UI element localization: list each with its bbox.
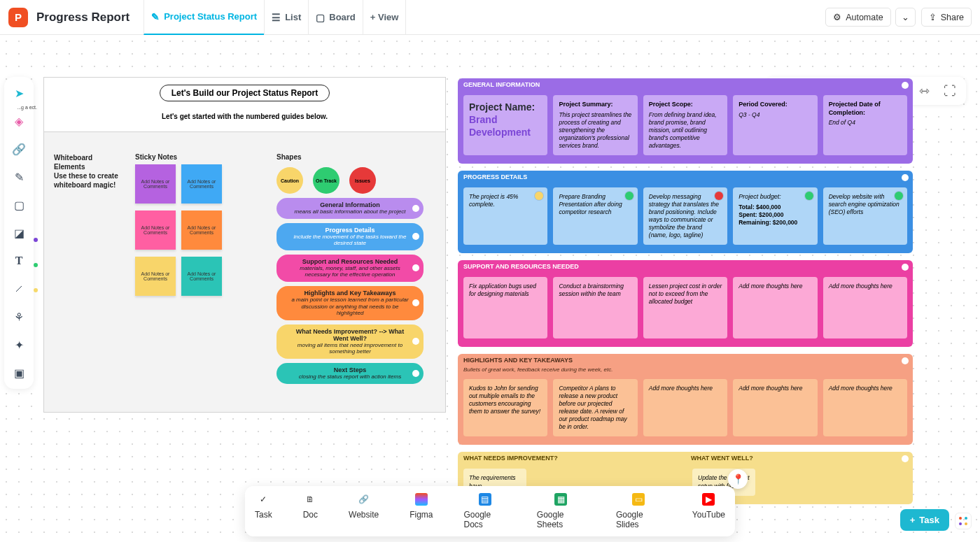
section-pill-next[interactable]: Next Stepsclosing the status report with… [276, 363, 424, 384]
website-icon: 🔗 [358, 493, 370, 506]
progress-card[interactable]: The project is 45% complete. [463, 187, 547, 245]
task-btn-label: Task [919, 515, 939, 525]
section-support-resources[interactable]: SUPPORT AND RESOURCES NEEDED Fix applica… [458, 260, 913, 347]
chevron-down-icon: ⌄ [902, 12, 909, 22]
tab-add-view[interactable]: + View [363, 0, 407, 35]
section-pill-support[interactable]: Support and Resources Neededmaterials, m… [276, 255, 424, 282]
highlight-card[interactable]: Kudos to John for sending out multiple e… [463, 379, 547, 436]
doc-title[interactable]: Progress Report [34, 10, 138, 24]
create-task-button[interactable]: + Task [900, 509, 949, 531]
card-projected-completion[interactable]: Projected Date of Completion:End of Q4 [823, 95, 907, 155]
more-shapes-tool[interactable]: ⚘ [10, 308, 28, 326]
cursor-tool[interactable]: ➤ [10, 84, 28, 102]
dock-figma[interactable]: Figma [410, 493, 433, 529]
status-shape-ontrack[interactable]: On Track [313, 167, 340, 194]
share-icon: ⇪ [929, 12, 937, 22]
fit-width-icon[interactable]: ⇿ [916, 83, 932, 99]
shape-tool[interactable]: ▢ [10, 196, 28, 214]
automate-dropdown[interactable]: ⌄ [895, 8, 916, 27]
tab-label: Project Status Report [164, 11, 257, 22]
link-tool[interactable]: 🔗 [10, 140, 28, 158]
progress-card[interactable]: Develop messaging strategy that translat… [643, 187, 727, 245]
list-icon: ☰ [272, 12, 281, 23]
status-board[interactable]: GENERAL INFORMATION Project Name: Brand … [458, 78, 913, 511]
section-pill-improvement[interactable]: What Needs Improvement? --> What Went We… [276, 325, 424, 359]
card-period-covered[interactable]: Period Covered:Q3 - Q4 [733, 95, 817, 155]
support-card[interactable]: Lessen project cost in order not to exce… [643, 277, 727, 338]
dock-youtube[interactable]: ▶YouTube [692, 493, 725, 529]
highlight-card[interactable]: Add more thoughts here [643, 379, 727, 436]
highlight-card[interactable]: Add more thoughts here [733, 379, 817, 436]
dock-website[interactable]: 🔗Website [349, 493, 379, 529]
gslides-icon: ▭ [632, 493, 645, 506]
support-card[interactable]: Fix application bugs used for designing … [463, 277, 547, 338]
automate-button[interactable]: ⚙ Automate [825, 8, 891, 27]
text-tool[interactable]: T [10, 252, 28, 270]
sticky-tool[interactable]: ◪ [10, 224, 28, 242]
figma-icon [415, 493, 428, 506]
tab-label: + View [370, 12, 399, 22]
section-pill-general[interactable]: General Informationmeans all basic infor… [276, 198, 424, 219]
whiteboard-icon: ✎ [151, 11, 160, 22]
section-general-information[interactable]: GENERAL INFORMATION Project Name: Brand … [458, 78, 913, 164]
section-pill-highlights[interactable]: Highlights and Key Takeawaysa main point… [276, 286, 424, 320]
card-project-summary[interactable]: Project Summary:This project streamlines… [553, 95, 637, 155]
sticky-note[interactable]: Add Notes or Comments [181, 211, 222, 250]
share-button[interactable]: ⇪ Share [921, 8, 972, 27]
highlights-subtitle: Bullets of great work, feedback receive … [458, 366, 913, 375]
sticky-note[interactable]: Add Notes or Comments [181, 164, 222, 204]
support-card[interactable]: Conduct a brainstorming session within t… [553, 277, 637, 338]
highlight-card[interactable]: Competitor A plans to release a new prod… [553, 379, 637, 436]
ai-tool[interactable]: ✦ [10, 336, 28, 354]
support-card[interactable]: Add more thoughts here [733, 277, 817, 338]
dock-google-docs[interactable]: ▤Google Docs [464, 493, 506, 529]
support-card[interactable]: Add more thoughts here [823, 277, 907, 338]
instruction-panel[interactable]: Let's Build our Project Status Report Le… [43, 77, 446, 413]
color-swatch-yellow[interactable] [34, 288, 38, 292]
tab-label: Board [329, 12, 356, 22]
plus-icon: + [910, 515, 916, 525]
card-project-name[interactable]: Project Name: Brand Development [463, 95, 547, 155]
status-shape-caution[interactable]: Caution [276, 167, 303, 194]
highlight-card[interactable]: Add more thoughts here [823, 379, 907, 436]
tab-board[interactable]: ▢ Board [308, 0, 363, 35]
tab-list[interactable]: ☰ List [264, 0, 308, 35]
section-progress-details[interactable]: PROGRESS DETAILS The project is 45% comp… [458, 171, 913, 253]
whiteboard-toolbar: ➤ ◈ 🔗 ✎ ▢ ◪ T ⟋ ⚘ ✦ ▣ [4, 77, 34, 389]
dock-doc[interactable]: 🗎Doc [303, 493, 318, 529]
apps-button[interactable] [955, 513, 972, 529]
card-project-scope[interactable]: Project Scope:From defining brand idea, … [643, 95, 727, 155]
fullscreen-icon[interactable]: ⛶ [941, 84, 959, 99]
scroll-up-button[interactable]: 📍 [728, 469, 748, 489]
progress-card[interactable]: Prepare Branding Presentation after doin… [553, 187, 637, 245]
tab-label: List [285, 12, 301, 22]
tab-project-status-report[interactable]: ✎ Project Status Report [144, 0, 264, 35]
shapes-label: Shapes [276, 153, 302, 161]
connector-tool[interactable]: ⟋ [10, 280, 28, 298]
section-pill-progress[interactable]: Progress Detailsinclude the movement of … [276, 223, 424, 250]
svg-point-1 [965, 517, 967, 520]
color-swatch-purple[interactable] [34, 238, 38, 242]
dock-task[interactable]: ✓Task [255, 493, 272, 529]
sticky-note[interactable]: Add Notes or Comments [135, 164, 176, 204]
sticky-note[interactable]: Add Notes or Comments [181, 257, 222, 296]
instruction-title: Let's Build our Project Status Report [160, 85, 330, 101]
offscreen-text: ...g a ect. [1, 105, 37, 110]
pen-tool[interactable]: ✎ [10, 168, 28, 186]
image-tool[interactable]: ▣ [10, 364, 28, 382]
sticky-note[interactable]: Add Notes or Comments [135, 211, 176, 250]
elements-label: Whiteboard Elements Use these to create … [54, 153, 124, 190]
svg-point-3 [965, 522, 967, 525]
sticky-note[interactable]: Add Notes or Comments [135, 257, 176, 296]
dock-google-slides[interactable]: ▭Google Slides [616, 493, 662, 529]
status-shape-issues[interactable]: Issues [349, 167, 376, 194]
dock-google-sheets[interactable]: ▦Google Sheets [537, 493, 585, 529]
color-swatch-green[interactable] [34, 263, 38, 267]
section-highlights[interactable]: HIGHLIGHTS AND KEY TAKEAWAYS Bullets of … [458, 354, 913, 445]
templates-tool[interactable]: ◈ [10, 112, 28, 130]
svg-point-0 [959, 517, 962, 520]
progress-card-budget[interactable]: Project budget: Total: $400,000 Spent: $… [733, 187, 817, 245]
project-name-label: Project Name: [469, 101, 542, 113]
canvas[interactable]: H i − 50% + ⇿ ⛶ ➤ ◈ 🔗 ✎ ▢ ◪ T ⟋ ⚘ ✦ ▣ ..… [0, 35, 980, 542]
progress-card[interactable]: Develop website with search engine optim… [823, 187, 907, 245]
